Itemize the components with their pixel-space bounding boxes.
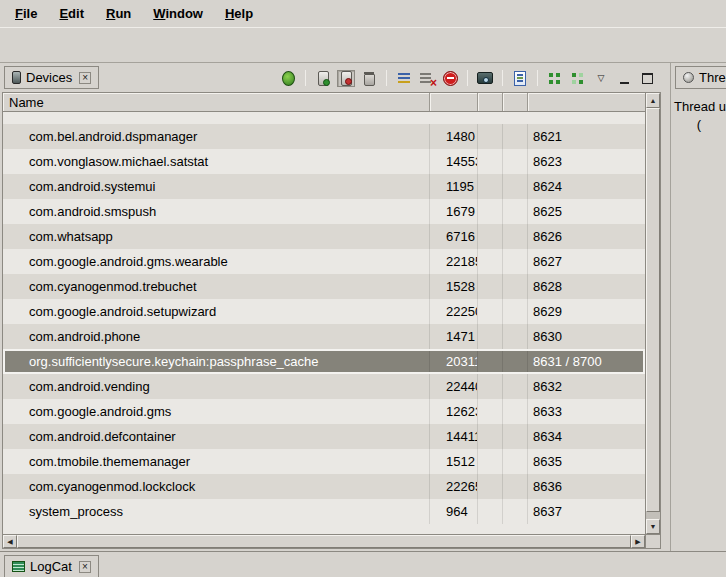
dump-view-hierarchy-icon[interactable]	[546, 70, 564, 87]
table-cell: 8631 / 8700	[528, 351, 645, 372]
table-cell: com.android.smspush	[3, 199, 430, 224]
table-cell: com.android.defcontainer	[3, 424, 430, 449]
table-row[interactable]: com.vonglasow.michael.satstat145538623	[3, 149, 645, 174]
table-cell	[503, 199, 528, 224]
tab-devices[interactable]: Devices ×	[4, 66, 99, 89]
table-row[interactable]: com.android.smspush16798625	[3, 199, 645, 224]
menu-file[interactable]: File	[7, 3, 45, 24]
menu-edit[interactable]: Edit	[51, 3, 92, 24]
table-cell: 8635	[528, 449, 645, 474]
column-header-name[interactable]: Name	[3, 93, 430, 111]
table-cell	[503, 424, 528, 449]
table-cell: 8625	[528, 199, 645, 224]
tab-logcat[interactable]: LogCat ×	[4, 555, 99, 577]
table-row[interactable]: com.google.android.gms126238633	[3, 399, 645, 424]
tab-threads[interactable]: Threads	[675, 66, 726, 89]
table-cell: 20311	[430, 351, 478, 372]
vertical-scroll-thumb[interactable]	[646, 108, 660, 512]
table-row[interactable]: com.android.phone14718630	[3, 324, 645, 349]
table-cell	[478, 351, 503, 372]
scrollbar-corner	[645, 534, 660, 548]
table-cell: org.sufficientlysecure.keychain:passphra…	[3, 351, 430, 372]
scroll-up-icon[interactable]: ▲	[646, 93, 660, 108]
column-header-pid[interactable]	[430, 93, 478, 111]
table-cell	[503, 449, 528, 474]
table-cell	[503, 249, 528, 274]
table-row[interactable]: com.cyanogenmod.lockclock222658636	[3, 474, 645, 499]
table-row[interactable]: com.bel.android.dspmanager14808621	[3, 124, 645, 149]
table-cell: 22265	[430, 474, 478, 499]
minimize-icon[interactable]	[615, 70, 633, 87]
table-row[interactable]: com.whatsapp67168626	[3, 224, 645, 249]
toolbar-separator	[467, 70, 468, 86]
table-cell: 8636	[528, 474, 645, 499]
table-row[interactable]: com.google.android.gms.wearable221858627	[3, 249, 645, 274]
table-cell	[478, 374, 503, 399]
table-row[interactable]: com.tmobile.thememanager15128635	[3, 449, 645, 474]
table-cell	[478, 324, 503, 349]
menu-help[interactable]: Help	[217, 3, 261, 24]
device-table-body: com.bel.android.dspmanager14808621com.vo…	[3, 112, 645, 534]
column-header-a[interactable]	[478, 93, 503, 111]
debug-process-icon[interactable]	[279, 70, 297, 87]
scroll-left-icon[interactable]: ◀	[3, 535, 17, 548]
dump-hprof-icon[interactable]	[337, 70, 355, 87]
table-cell	[478, 199, 503, 224]
device-icon	[12, 71, 21, 84]
table-cell: com.android.phone	[3, 324, 430, 349]
view-menu-icon[interactable]	[592, 70, 610, 87]
table-cell: 8621	[528, 124, 645, 149]
horizontal-scroll-thumb[interactable]	[17, 535, 631, 548]
column-header-port[interactable]	[528, 93, 645, 111]
scroll-down-icon[interactable]: ▼	[646, 519, 660, 534]
table-row[interactable]: org.sufficientlysecure.keychain:passphra…	[3, 349, 645, 374]
update-heap-icon[interactable]	[314, 70, 332, 87]
table-cell	[478, 124, 503, 149]
maximize-icon[interactable]	[638, 70, 656, 87]
scroll-right-icon[interactable]: ▶	[631, 535, 645, 548]
start-method-profiling-icon[interactable]	[418, 70, 436, 87]
scrolled-row-remnant	[3, 112, 645, 124]
table-cell	[503, 149, 528, 174]
table-cell	[503, 324, 528, 349]
table-cell: 22185	[430, 249, 478, 274]
logcat-bar: LogCat ×	[0, 551, 726, 577]
menu-window[interactable]: Window	[145, 3, 211, 24]
table-cell	[503, 374, 528, 399]
tab-devices-label: Devices	[26, 70, 72, 85]
table-cell	[503, 274, 528, 299]
table-cell: 1195	[430, 174, 478, 199]
table-header: Name	[3, 93, 645, 112]
table-cell: com.google.android.setupwizard	[3, 299, 430, 324]
table-cell: com.whatsapp	[3, 224, 430, 249]
table-cell: 12623	[430, 399, 478, 424]
table-cell: 964	[430, 499, 478, 524]
table-cell	[478, 274, 503, 299]
tab-logcat-label: LogCat	[30, 559, 72, 574]
horizontal-scrollbar[interactable]: ◀ ▶	[3, 534, 645, 548]
table-cell	[478, 399, 503, 424]
table-cell	[478, 424, 503, 449]
vertical-scrollbar[interactable]: ▲ ▼	[645, 93, 660, 534]
update-threads-icon[interactable]	[395, 70, 413, 87]
table-row[interactable]: com.cyanogenmod.trebuchet15288628	[3, 274, 645, 299]
menu-run[interactable]: Run	[98, 3, 139, 24]
screen-capture-icon[interactable]	[476, 70, 494, 87]
table-row[interactable]: com.google.android.setupwizard222508629	[3, 299, 645, 324]
system-information-icon[interactable]	[511, 70, 529, 87]
close-icon[interactable]: ×	[79, 561, 91, 573]
table-cell: 8629	[528, 299, 645, 324]
table-row[interactable]: system_process9648637	[3, 499, 645, 524]
pixel-perfect-icon[interactable]	[569, 70, 587, 87]
table-cell: 8627	[528, 249, 645, 274]
table-cell	[503, 299, 528, 324]
table-row[interactable]: com.android.systemui11958624	[3, 174, 645, 199]
table-cell: 8623	[528, 149, 645, 174]
table-row[interactable]: com.android.defcontainer144118634	[3, 424, 645, 449]
stop-process-icon[interactable]	[441, 70, 459, 87]
threads-icon	[683, 72, 694, 83]
column-header-b[interactable]	[503, 93, 528, 111]
table-row[interactable]: com.android.vending224408632	[3, 374, 645, 399]
close-icon[interactable]: ×	[79, 72, 91, 84]
cause-gc-icon[interactable]	[360, 70, 378, 87]
